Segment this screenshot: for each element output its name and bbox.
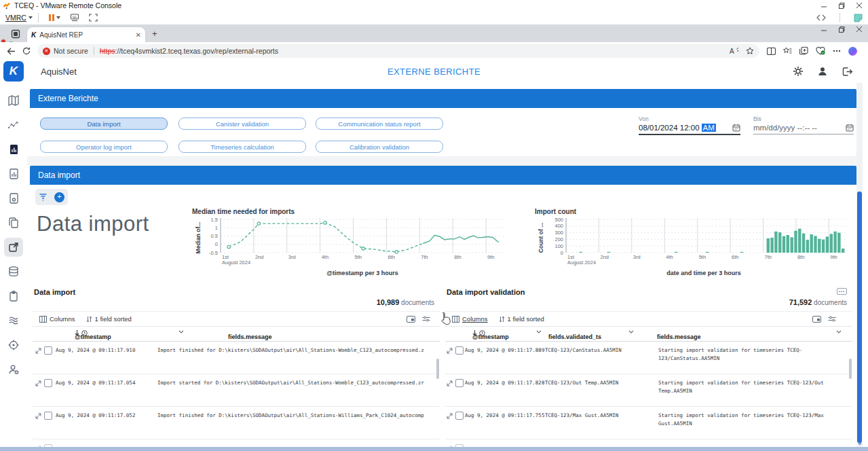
- sidebar-item-map[interactable]: [4, 91, 23, 110]
- svg-text:5th: 5th: [355, 254, 362, 260]
- read-aloud-icon[interactable]: A: [730, 48, 739, 55]
- refresh-button[interactable]: [22, 47, 31, 55]
- tab-close-icon[interactable]: ✕: [136, 31, 141, 39]
- vmrc-menu-button[interactable]: VMRC: [5, 14, 33, 22]
- columns-button[interactable]: Columns: [39, 315, 75, 323]
- filter-button[interactable]: [39, 193, 48, 201]
- row-checkbox[interactable]: [455, 412, 464, 420]
- sidebar-item-trends[interactable]: [4, 115, 23, 134]
- timestamp-column-header[interactable]: @timestamp: [472, 330, 485, 336]
- collections-icon[interactable]: [799, 47, 808, 55]
- page-scrollbar[interactable]: [856, 83, 863, 447]
- row-checkbox[interactable]: [455, 346, 464, 355]
- browser-tab-aquisnet[interactable]: K AquisNet REP ✕: [27, 27, 145, 42]
- table-row[interactable]: Aug 9, 2024 @ 09:11:17.054 Import starte…: [33, 374, 440, 407]
- table-scrollbar[interactable]: [436, 359, 439, 379]
- row-checkbox[interactable]: [44, 379, 52, 387]
- browser-close-button[interactable]: [850, 20, 868, 38]
- table-row[interactable]: Aug 9, 2024 @ 09:11:17.755 TCEQ-123/Max …: [445, 407, 852, 439]
- date-from-meridiem[interactable]: AM: [702, 124, 716, 132]
- expand-row-icon[interactable]: [447, 348, 453, 354]
- browser-menu-icon[interactable]: [833, 50, 841, 52]
- fullscreen-button[interactable]: [89, 14, 98, 22]
- date-to-field[interactable]: Bis mm/dd/yyyy --:-- --: [753, 115, 854, 134]
- report-button-canister-validation[interactable]: Canister validation: [178, 118, 306, 130]
- report-button-communication-status[interactable]: Communication status report: [316, 118, 443, 130]
- report-button-calibration-validation[interactable]: Calibration validation: [316, 141, 443, 153]
- columns-button[interactable]: Columns: [452, 315, 488, 323]
- table-row[interactable]: Aug 9, 2024 @ 09:11:17.828 TCEQ-123/Out …: [445, 374, 852, 407]
- column-menu-chevron-icon[interactable]: [836, 330, 842, 333]
- report-button-data-import[interactable]: Data import: [40, 118, 168, 130]
- vmware-logo-icon: [3, 2, 10, 10]
- display-options-icon[interactable]: [422, 316, 430, 322]
- sidebar-item-report-outline[interactable]: [4, 164, 23, 183]
- fullscreen-table-icon[interactable]: [407, 316, 415, 323]
- table-row[interactable]: Aug 9, 2024 @ 09:11:17.889 TCEQ-123/CanS…: [445, 342, 852, 374]
- table-row-partial[interactable]: [445, 439, 852, 447]
- browser-essentials-icon[interactable]: [816, 47, 825, 55]
- add-filter-button[interactable]: +: [54, 192, 64, 202]
- favorite-star-icon[interactable]: [746, 47, 754, 55]
- field-sorted-button[interactable]: 1 field sorted: [499, 315, 544, 323]
- row-checkbox[interactable]: [44, 346, 52, 355]
- date-from-value[interactable]: 08/01/2024 12:00: [639, 124, 700, 132]
- report-button-timeseries-calc[interactable]: Timeseries calculation: [178, 141, 306, 153]
- not-secure-label[interactable]: Not secure: [54, 47, 88, 55]
- table-row[interactable]: Aug 9, 2024 @ 09:11:17.910 Import finish…: [33, 342, 440, 374]
- column-menu-chevron-icon[interactable]: [178, 330, 184, 333]
- expand-row-icon[interactable]: [35, 380, 41, 386]
- row-checkbox[interactable]: [455, 379, 464, 387]
- chart-title: Median time needed for imports: [192, 208, 506, 215]
- sidebar-item-target[interactable]: [4, 336, 23, 355]
- suspend-button[interactable]: [49, 14, 60, 21]
- calendar-icon[interactable]: [846, 124, 854, 132]
- expand-row-icon[interactable]: [447, 380, 453, 386]
- fullscreen-table-icon[interactable]: [812, 316, 821, 323]
- column-menu-chevron-icon[interactable]: [536, 330, 542, 333]
- new-tab-button[interactable]: +: [152, 29, 157, 39]
- vm-minimize-button[interactable]: [815, 0, 833, 11]
- vm-close-button[interactable]: [850, 0, 868, 11]
- expand-row-icon[interactable]: [35, 413, 41, 419]
- app-header: K AquisNet EXTERNE BERICHTE: [0, 60, 868, 83]
- row-checkbox[interactable]: [44, 412, 52, 420]
- sidebar-item-external-reports[interactable]: [4, 238, 23, 257]
- date-to-placeholder[interactable]: mm/dd/yyyy --:-- --: [753, 124, 817, 132]
- table-row-partial[interactable]: [33, 439, 440, 447]
- address-bar[interactable]: ✕ Not secure https://tceq4svmkist2.tceq.…: [37, 44, 759, 58]
- split-screen-icon[interactable]: [767, 48, 776, 55]
- favorites-icon[interactable]: [783, 47, 792, 55]
- scroll-down-arrow-icon[interactable]: [856, 441, 863, 447]
- expand-row-icon[interactable]: [35, 348, 41, 354]
- sidebar-item-document-export[interactable]: [4, 189, 23, 208]
- calendar-icon[interactable]: [732, 124, 740, 132]
- sidebar-item-database[interactable]: [4, 262, 23, 281]
- sidebar-item-copy[interactable]: [4, 213, 23, 232]
- report-button-operator-log[interactable]: Operator log import: [40, 141, 168, 153]
- vmware-window-title: TCEQ - VMware Remote Console: [14, 1, 121, 10]
- field-sorted-button[interactable]: 1 field sorted: [86, 315, 132, 323]
- browser-minimize-button[interactable]: [815, 20, 833, 38]
- sidebar-item-user-settings[interactable]: [4, 360, 23, 379]
- send-ctrl-alt-del-button[interactable]: [70, 14, 79, 22]
- workspaces-icon[interactable]: [11, 29, 20, 39]
- column-menu-chevron-icon[interactable]: [628, 330, 634, 333]
- sidebar-item-report-filled[interactable]: [4, 140, 23, 159]
- sidebar-item-clipboard[interactable]: [4, 287, 23, 306]
- table-scrollbar[interactable]: [849, 359, 852, 379]
- display-options-icon[interactable]: [828, 316, 836, 322]
- tab-title: AquisNet REP: [39, 31, 83, 39]
- copilot-icon[interactable]: [848, 47, 857, 56]
- panel-menu-icon[interactable]: •••: [837, 288, 847, 295]
- page-scrollbar-thumb[interactable]: [857, 192, 862, 443]
- date-from-field[interactable]: Von 08/01/2024 12:00AM: [639, 115, 740, 135]
- sidebar-item-layers[interactable]: [4, 311, 23, 330]
- browser-maximize-button[interactable]: [833, 20, 850, 38]
- expand-row-icon[interactable]: [447, 413, 453, 419]
- table-row[interactable]: Aug 9, 2024 @ 09:11:17.052 Import finish…: [33, 407, 440, 439]
- timestamp-column-header[interactable]: @timestamp: [75, 330, 88, 336]
- row-message: Starting import validation for timeserie…: [658, 412, 852, 427]
- vm-maximize-button[interactable]: [833, 0, 850, 11]
- back-button[interactable]: [7, 48, 16, 55]
